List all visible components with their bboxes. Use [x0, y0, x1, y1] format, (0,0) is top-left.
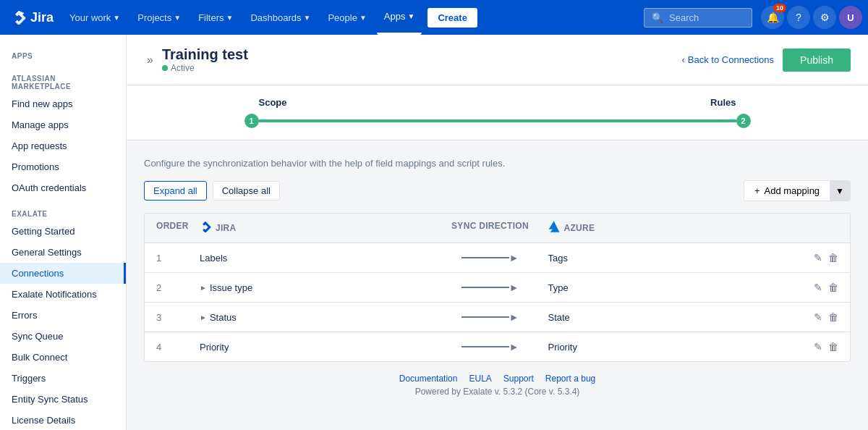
add-mapping-dropdown-button[interactable]: ▼: [830, 181, 850, 201]
description-text: Configure the synchronization behavior w…: [144, 158, 851, 169]
row-actions-1: ✎ 🗑: [780, 252, 838, 264]
chevron-down-icon: ▼: [174, 14, 181, 22]
sync-arrow-3: ►: [461, 311, 519, 323]
sidebar-item-sync-queue[interactable]: Sync Queue: [0, 326, 126, 347]
row-field-label-4: Priority: [200, 342, 229, 353]
nav-filters[interactable]: Filters ▼: [191, 0, 240, 35]
row-actions-4: ✎ 🗑: [780, 341, 838, 353]
expand-icon-2[interactable]: ►: [200, 284, 207, 292]
title-section: » Training test Active: [144, 46, 248, 73]
settings-button[interactable]: ⚙: [813, 6, 836, 29]
sidebar-exalate-section: Exalate: [0, 198, 126, 221]
main-layout: Apps Atlassian Marketplace Find new apps…: [0, 35, 868, 430]
row-target-3: State: [548, 312, 781, 323]
status-text: Active: [171, 63, 195, 73]
nav-projects[interactable]: Projects ▼: [130, 0, 188, 35]
sync-arrow-2: ►: [461, 282, 519, 293]
search-bar[interactable]: 🔍 Search: [644, 8, 752, 28]
progress-bar: 1 2: [244, 114, 751, 128]
col-azure: Azure: [548, 221, 781, 235]
col-actions: [780, 221, 838, 235]
sidebar-item-exalate-notifications[interactable]: Exalate Notifications: [0, 284, 126, 305]
progress-labels: Scope Rules: [244, 97, 751, 108]
chevron-down-icon: ▼: [304, 14, 311, 22]
bell-icon: 🔔: [767, 12, 779, 23]
sidebar-item-errors[interactable]: Errors: [0, 305, 126, 326]
edit-icon-3[interactable]: ✎: [814, 311, 822, 323]
sidebar-item-connections[interactable]: Connections: [0, 263, 126, 284]
edit-icon-1[interactable]: ✎: [814, 252, 822, 264]
row-field-label-2: Issue type: [210, 282, 252, 293]
logo-text: Jira: [30, 10, 54, 25]
sidebar-item-triggers[interactable]: Triggers: [0, 368, 126, 389]
sidebar-item-oauth-credentials[interactable]: OAuth credentials: [0, 177, 126, 198]
sidebar-item-general-settings[interactable]: General Settings: [0, 242, 126, 263]
table-row: 2 ► Issue type ► Type ✎ 🗑: [145, 273, 850, 303]
edit-icon-2[interactable]: ✎: [814, 282, 822, 293]
delete-icon-4[interactable]: 🗑: [828, 341, 838, 353]
help-button[interactable]: ?: [787, 6, 810, 29]
delete-icon-2[interactable]: 🗑: [828, 282, 838, 293]
search-placeholder: Search: [669, 12, 699, 23]
svg-marker-0: [548, 221, 559, 232]
footer-powered-by: Powered by Exalate v. 5.3.2 (Core v. 5.3…: [156, 387, 839, 397]
sidebar-item-app-requests[interactable]: App requests: [0, 135, 126, 156]
footer-support-link[interactable]: Support: [503, 374, 534, 384]
row-field-1: Labels: [200, 253, 433, 264]
collapse-all-button[interactable]: Collapse all: [213, 181, 280, 201]
add-mapping-button[interactable]: + Add mapping: [744, 181, 830, 201]
collapse-sidebar-button[interactable]: »: [144, 51, 156, 69]
progress-step2-dot: 2: [736, 114, 751, 128]
user-avatar[interactable]: U: [839, 6, 862, 29]
footer-report-bug-link[interactable]: Report a bug: [545, 374, 595, 384]
row-order-1: 1: [156, 253, 200, 264]
nav-dashboards[interactable]: Dashboards ▼: [243, 0, 318, 35]
row-target-1: Tags: [548, 253, 781, 264]
delete-icon-3[interactable]: 🗑: [828, 311, 838, 323]
nav-apps[interactable]: Apps ▼: [377, 0, 422, 35]
row-field-4: Priority: [200, 342, 433, 353]
sidebar: Apps Atlassian Marketplace Find new apps…: [0, 35, 127, 430]
row-sync-3: ►: [433, 311, 548, 323]
chevron-down-icon: ▼: [359, 14, 367, 22]
sync-arrow-4: ►: [461, 341, 519, 353]
page-header: » Training test Active ‹ Back to Connect…: [127, 35, 868, 85]
sync-arrow-1: ►: [461, 252, 519, 264]
expand-icon-3[interactable]: ►: [200, 313, 207, 321]
notification-badge: 10: [773, 4, 786, 12]
edit-icon-4[interactable]: ✎: [814, 341, 822, 353]
row-field-3: ► Status: [200, 312, 433, 323]
footer-links: Documentation EULA Support Report a bug: [156, 374, 839, 384]
col-sync-direction: Sync direction: [433, 221, 548, 235]
nav-your-work[interactable]: Your work ▼: [62, 0, 127, 35]
create-button[interactable]: Create: [427, 8, 477, 28]
sidebar-item-manage-apps[interactable]: Manage apps: [0, 114, 126, 135]
footer-documentation-link[interactable]: Documentation: [399, 374, 458, 384]
back-to-connections-link[interactable]: ‹ Back to Connections: [682, 54, 775, 65]
sidebar-item-license-details[interactable]: License Details: [0, 410, 126, 430]
progress-step2-label: Rules: [498, 97, 751, 108]
footer-eula-link[interactable]: EULA: [469, 374, 491, 384]
table-header: Order Jira Sync direction: [145, 214, 850, 243]
progress-step1-label: Scope: [244, 97, 498, 108]
publish-button[interactable]: Publish: [783, 49, 851, 72]
help-icon: ?: [796, 12, 801, 23]
sidebar-marketplace-section: Atlassian Marketplace: [0, 63, 126, 93]
nav-people[interactable]: People ▼: [320, 0, 373, 35]
sidebar-item-promotions[interactable]: Promotions: [0, 156, 126, 177]
page-footer: Documentation EULA Support Report a bug …: [144, 362, 851, 408]
row-sync-1: ►: [433, 252, 548, 264]
page-title: Training test: [162, 46, 248, 63]
search-icon: 🔍: [652, 12, 663, 23]
expand-all-button[interactable]: Expand all: [144, 181, 207, 201]
sidebar-item-entity-sync-status[interactable]: Entity Sync Status: [0, 389, 126, 410]
table-row: 3 ► Status ► State ✎ 🗑: [145, 303, 850, 332]
top-navigation: Jira Your work ▼ Projects ▼ Filters ▼ Da…: [0, 0, 868, 35]
jira-logo[interactable]: Jira: [6, 10, 59, 25]
sidebar-item-find-new-apps[interactable]: Find new apps: [0, 93, 126, 114]
delete-icon-1[interactable]: 🗑: [828, 252, 838, 264]
sidebar-item-bulk-connect[interactable]: Bulk Connect: [0, 347, 126, 368]
sidebar-item-getting-started[interactable]: Getting Started: [0, 221, 126, 242]
row-order-4: 4: [156, 342, 200, 353]
notifications-button[interactable]: 🔔 10: [761, 6, 784, 29]
